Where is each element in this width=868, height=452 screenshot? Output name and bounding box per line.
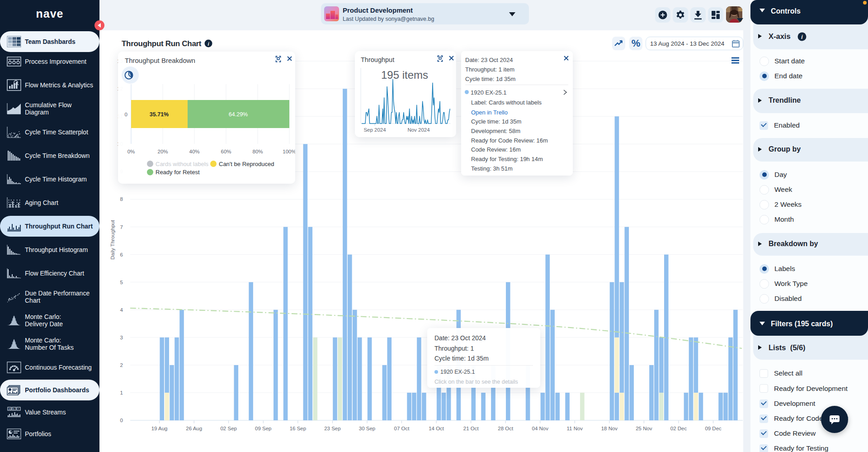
svg-text:30 Sep: 30 Sep (359, 426, 375, 431)
svg-text:Sep 2024: Sep 2024 (363, 127, 386, 133)
svg-text:6: 6 (120, 252, 123, 257)
svg-text:18 Nov: 18 Nov (601, 426, 618, 431)
svg-text:80%: 80% (252, 149, 263, 154)
svg-text:100%: 100% (283, 149, 295, 154)
svg-text:11 Nov: 11 Nov (567, 426, 583, 431)
svg-text:04 Nov: 04 Nov (532, 426, 549, 431)
svg-text:0: 0 (120, 418, 123, 423)
svg-text:26 Aug: 26 Aug (186, 426, 202, 431)
svg-text:21 Oct: 21 Oct (463, 426, 479, 431)
svg-text:1: 1 (120, 390, 123, 395)
svg-text:Daily Throughput: Daily Throughput (110, 220, 115, 260)
svg-text:Cards without labels: Cards without labels (156, 161, 209, 167)
svg-text:64.29%: 64.29% (229, 111, 248, 118)
svg-text:4: 4 (120, 307, 123, 313)
svg-text:Nov 2024: Nov 2024 (407, 127, 430, 133)
svg-text:07 Oct: 07 Oct (394, 426, 410, 431)
svg-text:195 items: 195 items (381, 69, 428, 81)
svg-text:7: 7 (18, 408, 19, 410)
svg-text:02 Dec: 02 Dec (670, 426, 687, 431)
svg-text:60%: 60% (221, 149, 231, 154)
svg-text:0%: 0% (127, 149, 135, 154)
svg-text:25 Nov: 25 Nov (636, 426, 652, 431)
svg-text:09 Sep: 09 Sep (255, 426, 271, 431)
svg-text:7: 7 (120, 224, 123, 230)
svg-text:19 Aug: 19 Aug (151, 426, 168, 431)
svg-text:40: 40 (9, 408, 11, 410)
svg-text:40%: 40% (189, 149, 199, 154)
svg-text:16 Sep: 16 Sep (290, 426, 306, 431)
svg-text:5: 5 (120, 280, 123, 285)
svg-text:8: 8 (120, 196, 123, 202)
svg-text:28 Oct: 28 Oct (498, 426, 514, 431)
svg-text:35.71%: 35.71% (150, 111, 169, 118)
svg-text:Ready for Retest: Ready for Retest (156, 169, 200, 176)
svg-text:3: 3 (120, 335, 123, 340)
svg-text:$: $ (13, 408, 14, 410)
svg-text:Can't be Reproduced: Can't be Reproduced (219, 161, 274, 167)
svg-text:23 Sep: 23 Sep (324, 426, 340, 431)
svg-text:20%: 20% (157, 149, 168, 154)
svg-text:02 Sep: 02 Sep (220, 426, 236, 431)
svg-text:09 Dec: 09 Dec (705, 426, 722, 431)
svg-text:0: 0 (125, 112, 127, 117)
svg-text:14 Oct: 14 Oct (429, 426, 444, 431)
svg-text:2: 2 (120, 362, 123, 368)
